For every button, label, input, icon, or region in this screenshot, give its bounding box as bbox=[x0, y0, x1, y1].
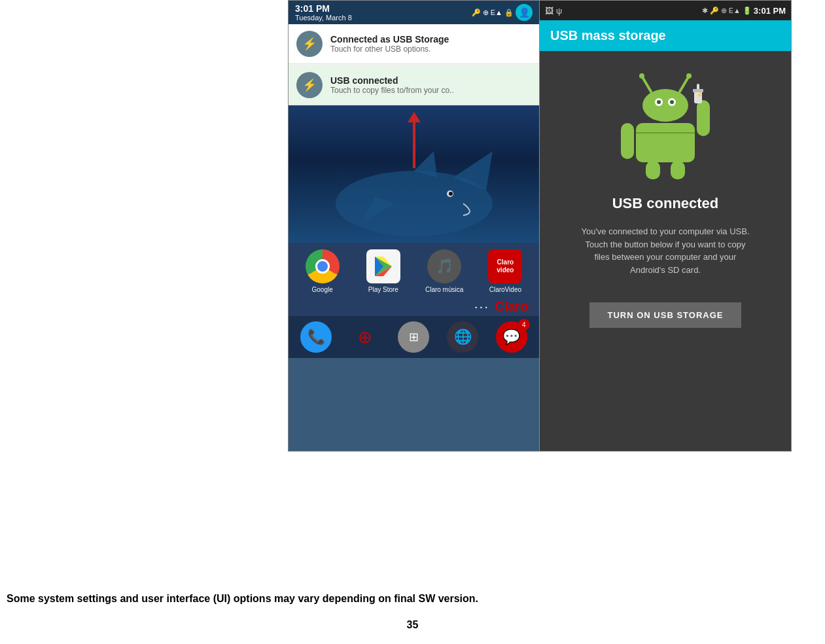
svg-line-12 bbox=[680, 77, 688, 92]
notif-text-connected: USB connected Touch to copy files to/fro… bbox=[330, 75, 454, 95]
android-robot-image: ⚡ bbox=[606, 64, 724, 182]
musica-icon-symbol: 🎵 bbox=[436, 258, 453, 275]
phone-left-screen: 3:01 PM Tuesday, March 8 🔑 ⊕ E▲ 🔒 👤 ⚡ Co… bbox=[288, 0, 540, 452]
notification-usb-connected[interactable]: ⚡ USB connected Touch to copy files to/f… bbox=[289, 65, 539, 105]
date-left: Tuesday, March 8 bbox=[295, 14, 352, 22]
signal-icon: E▲ bbox=[491, 9, 502, 16]
shark-background bbox=[289, 105, 539, 243]
svg-text:⚡: ⚡ bbox=[696, 92, 703, 98]
notif-sub-connected: Touch to copy files to/from your co.. bbox=[330, 86, 454, 95]
signal-right: E▲ bbox=[729, 7, 741, 14]
key-icon-right: 🔑 bbox=[710, 7, 719, 15]
page-number: 35 bbox=[407, 619, 419, 631]
svg-point-13 bbox=[686, 73, 692, 79]
google-icon bbox=[306, 249, 340, 283]
phone-right-screen: 🖼 ψ ✱ 🔑 ⊕ E▲ 🔋 3:01 PM USB mass storage bbox=[540, 0, 792, 452]
disclaimer-text: Some system settings and user interface … bbox=[7, 593, 818, 605]
notif-text-storage: Connected as USB Storage Touch for other… bbox=[330, 34, 449, 54]
notification-usb-storage[interactable]: ⚡ Connected as USB Storage Touch for oth… bbox=[289, 24, 539, 64]
usb-mass-storage-title: USB mass storage bbox=[550, 28, 666, 43]
playstore-icon bbox=[366, 249, 400, 283]
image-icon: 🖼 bbox=[545, 6, 553, 16]
app-google[interactable]: Google bbox=[300, 249, 345, 293]
apps-grid-icon[interactable]: ⊞ bbox=[398, 321, 429, 353]
avatar-icon: 👤 bbox=[516, 4, 533, 21]
usb-status-bar: 🖼 ψ ✱ 🔑 ⊕ E▲ 🔋 3:01 PM bbox=[540, 1, 791, 20]
claro-settings-icon[interactable]: ⊕ bbox=[349, 321, 381, 353]
battery-right: 🔋 bbox=[743, 7, 752, 15]
svg-point-17 bbox=[657, 100, 661, 104]
shark-silhouette bbox=[323, 138, 506, 243]
notification-area: ⚡ Connected as USB Storage Touch for oth… bbox=[289, 24, 539, 105]
svg-point-18 bbox=[670, 100, 674, 104]
time-left: 3:01 PM bbox=[295, 3, 352, 14]
claro-bar: · · · Claro- bbox=[289, 296, 539, 316]
usb-icon: ⚡ bbox=[296, 31, 323, 57]
bottom-dock: 📞 ⊕ ⊞ 🌐 💬 4 bbox=[289, 316, 539, 358]
svg-rect-21 bbox=[697, 100, 710, 136]
svg-line-10 bbox=[642, 77, 651, 92]
usb-title-bar: USB mass storage bbox=[540, 20, 791, 51]
bluetooth-icon: ✱ bbox=[702, 7, 708, 15]
status-bar-left: 3:01 PM Tuesday, March 8 🔑 ⊕ E▲ 🔒 👤 bbox=[289, 1, 539, 24]
battery-icon-left: 🔒 bbox=[504, 9, 514, 17]
app-playstore[interactable]: Play Store bbox=[360, 249, 406, 293]
globe-icon-symbol: 🌐 bbox=[454, 329, 472, 346]
dots-icon: · · · bbox=[475, 302, 487, 313]
arrow-head bbox=[408, 112, 421, 122]
notif-title-connected: USB connected bbox=[330, 75, 454, 86]
globe-icon[interactable]: 🌐 bbox=[447, 321, 478, 353]
status-icons-right-left: 🖼 ψ bbox=[545, 6, 562, 16]
messages-icon[interactable]: 💬 4 bbox=[496, 321, 527, 353]
clarovideo-icon: Clarovideo bbox=[488, 249, 522, 283]
grid-icon-symbol: ⊞ bbox=[409, 330, 419, 344]
status-icons-right-right: ✱ 🔑 ⊕ E▲ 🔋 3:01 PM bbox=[702, 6, 786, 16]
svg-rect-27 bbox=[646, 161, 660, 179]
app-clarovideo[interactable]: Clarovideo ClaroVideo bbox=[482, 249, 528, 293]
phone-icon[interactable]: 📞 bbox=[300, 321, 332, 353]
google-icon-inner bbox=[315, 259, 330, 274]
clarovideo-label: ClaroVideo bbox=[489, 286, 521, 293]
svg-point-11 bbox=[639, 73, 644, 79]
usb-content: ⚡ USB connected You've connected to your… bbox=[540, 51, 791, 341]
svg-point-5 bbox=[449, 192, 453, 196]
svg-rect-28 bbox=[671, 161, 685, 179]
app-musica[interactable]: 🎵 Claro música bbox=[421, 249, 467, 293]
musica-label: Claro música bbox=[425, 286, 463, 293]
status-icons-left: 🔑 ⊕ E▲ 🔒 👤 bbox=[472, 4, 533, 21]
notif-title-storage: Connected as USB Storage bbox=[330, 34, 449, 45]
screenshots-container: 3:01 PM Tuesday, March 8 🔑 ⊕ E▲ 🔒 👤 ⚡ Co… bbox=[288, 0, 824, 458]
usb-connected-heading: USB connected bbox=[612, 195, 719, 212]
phone-icon-symbol: 📞 bbox=[307, 329, 325, 346]
playstore-svg bbox=[372, 255, 395, 277]
usb-description: You've connected to your computer via US… bbox=[581, 225, 749, 276]
google-label: Google bbox=[312, 286, 333, 293]
notif-sub-storage: Touch for other USB options. bbox=[330, 45, 449, 54]
svg-rect-20 bbox=[621, 123, 634, 159]
turn-on-usb-storage-button[interactable]: TURN ON USB STORAGE bbox=[589, 302, 742, 328]
clarovideo-text: Clarovideo bbox=[497, 259, 514, 274]
musica-icon: 🎵 bbox=[427, 249, 461, 283]
wifi-icon: ⊕ bbox=[483, 9, 489, 17]
playstore-label: Play Store bbox=[368, 286, 398, 293]
wifi-icon-right: ⊕ bbox=[721, 7, 727, 15]
svg-rect-19 bbox=[636, 123, 695, 162]
svg-rect-14 bbox=[642, 89, 688, 122]
messages-icon-symbol: 💬 bbox=[502, 329, 520, 346]
key-icon: 🔑 bbox=[472, 9, 481, 17]
time-right: 3:01 PM bbox=[754, 6, 786, 16]
claro-logo: Claro- bbox=[495, 299, 533, 313]
app-icons-row: Google Play Store 🎵 C bbox=[289, 243, 539, 296]
settings-icon-symbol: ⊕ bbox=[358, 327, 372, 348]
usb-indicator-icon: ψ bbox=[556, 6, 562, 16]
usb-connected-icon: ⚡ bbox=[296, 72, 323, 98]
message-badge: 4 bbox=[518, 319, 530, 331]
